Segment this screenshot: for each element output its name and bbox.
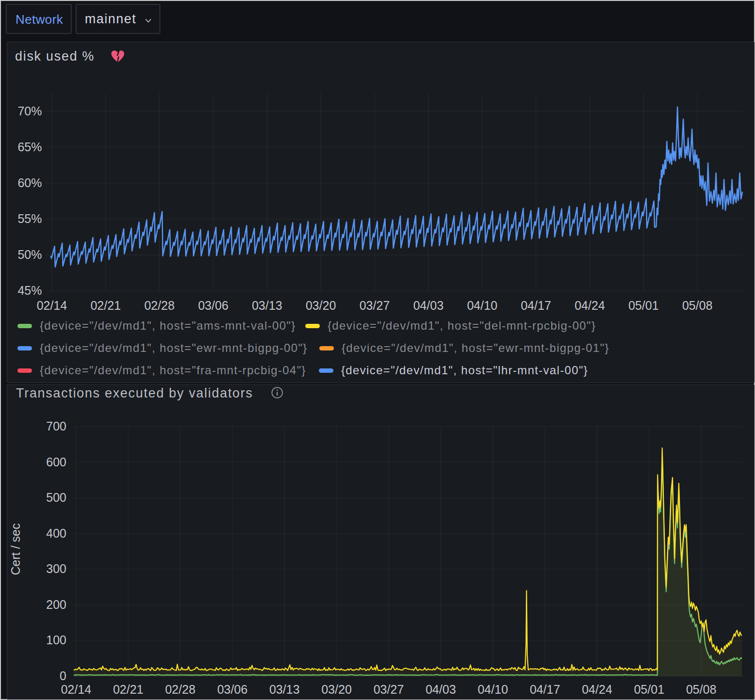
svg-text:05/01: 05/01 <box>634 683 664 696</box>
svg-text:600: 600 <box>46 455 66 469</box>
svg-text:04/24: 04/24 <box>582 683 613 696</box>
svg-text:03/13: 03/13 <box>252 299 283 312</box>
svg-text:02/14: 02/14 <box>37 299 67 312</box>
svg-text:05/01: 05/01 <box>629 299 659 312</box>
svg-text:03/13: 03/13 <box>269 683 300 696</box>
svg-text:70%: 70% <box>17 104 42 118</box>
svg-text:04/03: 04/03 <box>413 299 444 312</box>
svg-text:50%: 50% <box>17 248 42 261</box>
svg-text:04/10: 04/10 <box>467 299 498 312</box>
svg-text:03/20: 03/20 <box>321 683 352 696</box>
svg-text:02/21: 02/21 <box>91 299 121 312</box>
svg-text:04/24: 04/24 <box>575 299 605 312</box>
svg-text:02/28: 02/28 <box>144 299 175 312</box>
svg-text:200: 200 <box>46 598 66 611</box>
svg-text:03/06: 03/06 <box>198 299 229 312</box>
svg-text:Cert / sec: Cert / sec <box>9 524 22 575</box>
svg-text:03/06: 03/06 <box>217 683 248 696</box>
svg-text:03/20: 03/20 <box>306 299 336 312</box>
svg-text:02/14: 02/14 <box>61 683 92 696</box>
svg-text:65%: 65% <box>17 140 42 154</box>
svg-text:60%: 60% <box>17 176 42 190</box>
svg-text:05/08: 05/08 <box>682 299 713 312</box>
svg-text:500: 500 <box>46 491 66 504</box>
svg-text:700: 700 <box>46 419 66 433</box>
svg-text:55%: 55% <box>17 212 42 225</box>
svg-text:04/03: 04/03 <box>425 683 456 696</box>
svg-text:05/08: 05/08 <box>686 683 717 696</box>
svg-text:02/21: 02/21 <box>113 683 143 696</box>
svg-text:400: 400 <box>46 526 66 540</box>
svg-text:02/28: 02/28 <box>165 683 196 696</box>
svg-text:04/17: 04/17 <box>530 683 560 696</box>
svg-text:0: 0 <box>60 669 66 683</box>
svg-text:45%: 45% <box>17 284 42 297</box>
svg-text:03/27: 03/27 <box>374 683 404 696</box>
svg-text:03/27: 03/27 <box>360 299 390 312</box>
svg-text:04/17: 04/17 <box>521 299 551 312</box>
svg-text:300: 300 <box>46 562 66 575</box>
svg-text:100: 100 <box>46 633 66 647</box>
svg-text:04/10: 04/10 <box>478 683 508 696</box>
